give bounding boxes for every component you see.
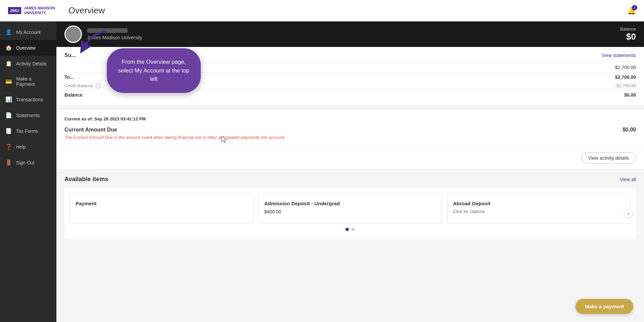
view-statements-link[interactable]: View statements (602, 53, 636, 58)
carousel-item-admission-amount: $400.00 (264, 209, 436, 214)
notification-bell[interactable]: 🔔 1 (627, 6, 636, 15)
sidebar: 👤 My Account 🏠 Overview 📋 Activity Detai… (0, 21, 56, 322)
current-due-amount: $0.00 (623, 127, 636, 133)
carousel-dot-1[interactable] (346, 228, 349, 231)
sidebar-label-my-account: My Account (16, 30, 40, 35)
document-icon: 📄 (5, 112, 12, 118)
balance-final-label: Balance (64, 92, 83, 98)
signout-icon: 🚪 (5, 159, 12, 166)
sidebar-label-transactions: Transactions (16, 97, 43, 102)
current-due-section: Current as of: Sep 28 2023 03:41:12 PM C… (56, 109, 644, 147)
top-header: JMU JAMES MADISONUNIVERSITY. Overview 🔔 … (0, 0, 644, 21)
view-all-link[interactable]: View all (620, 177, 636, 182)
carousel-item-admission-title: Admission Deposit - Undergrad (264, 201, 436, 206)
main-layout: 👤 My Account 🏠 Overview 📋 Activity Detai… (0, 21, 644, 322)
view-activity-button[interactable]: View activity details (581, 152, 636, 164)
carousel-dots (70, 228, 631, 234)
user-info: James Madison University (87, 28, 615, 40)
sidebar-label-help: Help (16, 144, 26, 150)
jmu-logo: JMU (8, 7, 21, 14)
header-right: 🔔 1 (627, 6, 636, 15)
page-title: Overview (68, 5, 105, 16)
carousel-item-abroad-title: Abroad Deposit (453, 201, 625, 206)
items-carousel-wrapper: Payment Admission Deposit - Undergrad $4… (64, 188, 636, 239)
items-carousel: Payment Admission Deposit - Undergrad $4… (70, 194, 631, 224)
sidebar-label-tax-forms: Tax Forms (16, 128, 38, 134)
current-due-left: Current Amount Due The Current Amount Du… (64, 127, 285, 140)
chart-icon: 📊 (5, 96, 12, 103)
available-items-title: Available items (64, 176, 108, 183)
available-items-header: Available items View all (64, 176, 636, 183)
clipboard-icon: 📋 (5, 60, 12, 67)
carousel-next-button[interactable]: › (624, 209, 633, 218)
sidebar-item-overview[interactable]: 🏠 Overview (0, 40, 56, 56)
current-due-label: Current Amount Due (64, 127, 285, 133)
sidebar-label-make-payment: Make a Payment (16, 76, 51, 87)
university-display: James Madison University (87, 35, 615, 40)
sidebar-item-help[interactable]: ❓ Help (0, 139, 56, 155)
carousel-item-abroad-sub: Click for Options (453, 209, 625, 214)
activity-btn-row: View activity details (56, 147, 644, 169)
content-area: From the Overview page, select My Accoun… (56, 21, 644, 322)
sidebar-item-statements[interactable]: 📄 Statements (0, 107, 56, 123)
user-bar: James Madison University Balance $0 (56, 21, 644, 47)
sidebar-item-sign-out[interactable]: 🚪 Sign Out (0, 155, 56, 170)
callout-arrow (77, 28, 110, 55)
person-icon: 👤 (5, 29, 12, 35)
summary-row-total-label: To... (64, 74, 74, 80)
available-items-section: Available items View all Payment Admissi… (56, 169, 644, 239)
creditcard-icon: 💳 (5, 78, 12, 85)
carousel-item-abroad[interactable]: Abroad Deposit Click for Options (447, 194, 631, 224)
sidebar-item-make-payment[interactable]: 💳 Make a Payment (0, 71, 56, 92)
balance-amount: $0 (620, 32, 636, 42)
carousel-item-payment[interactable]: Payment (70, 194, 253, 224)
balance-area: Balance $0 (620, 26, 636, 42)
summary-row-total-amount: $2,700.00 (615, 74, 636, 80)
sidebar-label-overview: Overview (16, 45, 36, 51)
summary-title: Su... (64, 52, 76, 58)
sidebar-label-statements: Statements (16, 113, 40, 118)
sidebar-item-activity-details[interactable]: 📋 Activity Details (0, 56, 56, 71)
balance-label: Balance (620, 26, 636, 32)
sidebar-item-tax-forms[interactable]: 📑 Tax Forms (0, 123, 56, 139)
sidebar-label-sign-out: Sign Out (16, 160, 34, 165)
make-payment-fab[interactable]: Make a payment (576, 299, 633, 314)
current-due-row: Current Amount Due The Current Amount Du… (64, 127, 636, 140)
carousel-dot-2[interactable] (352, 228, 355, 231)
sidebar-label-activity-details: Activity Details (16, 61, 47, 66)
sidebar-item-my-account[interactable]: 👤 My Account (0, 24, 56, 40)
summary-row-1-amount: $2,700.00 (615, 65, 636, 70)
taxform-icon: 📑 (5, 128, 12, 134)
university-name-logo: JAMES MADISONUNIVERSITY. (24, 6, 55, 15)
current-due-desc: The Current Amount Due is the amount owe… (64, 135, 285, 140)
help-icon: ❓ (5, 144, 12, 150)
credit-balance-amount: -$2,700.00 (615, 83, 636, 89)
carousel-item-admission[interactable]: Admission Deposit - Undergrad $400.00 (259, 194, 442, 224)
callout-bubble: From the Overview page, select My Accoun… (107, 48, 201, 93)
credit-balance-label: Credit Balance i (64, 83, 101, 89)
carousel-item-payment-title: Payment (76, 201, 247, 206)
home-icon: 🏠 (5, 45, 12, 51)
notification-badge: 1 (632, 5, 637, 10)
credit-info-icon[interactable]: i (96, 84, 101, 89)
balance-final-amount: $0.00 (624, 92, 636, 98)
logo-area: JMU JAMES MADISONUNIVERSITY. (8, 6, 55, 15)
current-date: Current as of: Sep 28 2023 03:41:12 PM (64, 116, 636, 121)
sidebar-item-transactions[interactable]: 📊 Transactions (0, 92, 56, 107)
